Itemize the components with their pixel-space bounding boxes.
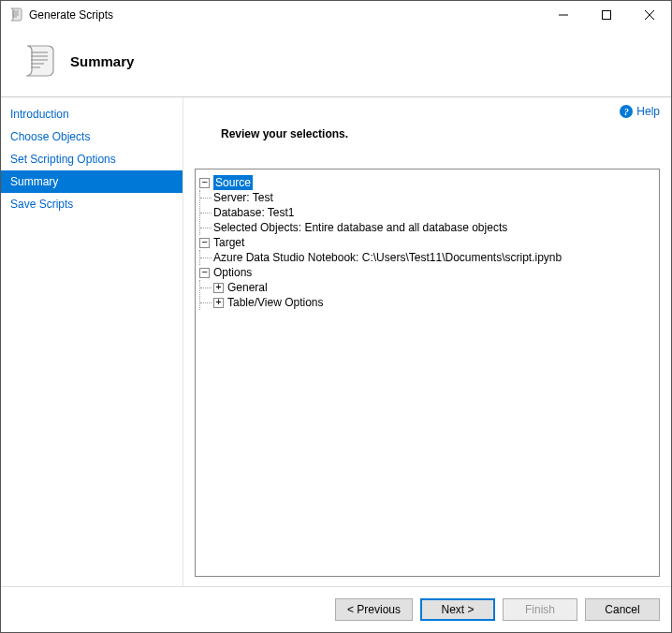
svg-rect-0 [603,11,611,20]
collapse-icon[interactable]: − [199,268,210,278]
previous-button[interactable]: < Previous [335,598,413,621]
collapse-icon[interactable]: − [199,238,210,248]
page-title: Summary [70,53,134,69]
tree-node-source[interactable]: Source [213,175,253,190]
footer-buttons: < Previous Next > Finish Cancel [1,586,671,632]
sidebar-item-choose-objects[interactable]: Choose Objects [1,125,183,148]
tree-leaf-database[interactable]: DatabaseTest1 [213,205,295,220]
window-controls [542,1,671,29]
help-link[interactable]: ? Help [620,105,660,118]
tree-node-general[interactable]: General [227,280,268,295]
window-title: Generate Scripts [29,8,542,22]
main-panel: ? Help Review your selections. − Source [183,97,671,586]
expand-icon[interactable]: + [213,283,224,293]
page-header: Summary [1,29,671,96]
titlebar: Generate Scripts [1,1,671,29]
wizard-sidebar: Introduction Choose Objects Set Scriptin… [1,97,183,586]
script-icon [8,7,23,22]
maximize-button[interactable] [585,1,628,29]
sidebar-item-save-scripts[interactable]: Save Scripts [1,193,183,215]
cancel-button[interactable]: Cancel [585,598,660,621]
help-icon: ? [620,105,633,118]
tree-node-options[interactable]: Options [213,265,252,280]
section-heading: Review your selections. [195,127,660,140]
tree-leaf-selected-objects[interactable]: Selected ObjectsEntire database and all … [213,220,507,235]
sidebar-item-summary[interactable]: Summary [1,170,183,193]
sidebar-item-introduction[interactable]: Introduction [1,103,183,125]
expand-icon[interactable]: + [213,298,224,308]
tree-leaf-notebook[interactable]: Azure Data Studio NotebookC:\Users\Test1… [213,250,562,265]
sidebar-item-set-scripting-options[interactable]: Set Scripting Options [1,148,183,170]
script-large-icon [20,42,57,80]
collapse-icon[interactable]: − [199,178,210,188]
tree-node-tableview[interactable]: Table/View Options [227,295,324,310]
next-button[interactable]: Next > [420,598,495,621]
minimize-button[interactable] [542,1,585,29]
tree-leaf-server[interactable]: ServerTest [213,190,273,205]
finish-button: Finish [503,598,577,621]
tree-node-target[interactable]: Target [213,235,244,250]
close-button[interactable] [628,1,671,29]
help-label: Help [636,105,660,118]
summary-tree[interactable]: − Source ServerTest [195,169,660,577]
